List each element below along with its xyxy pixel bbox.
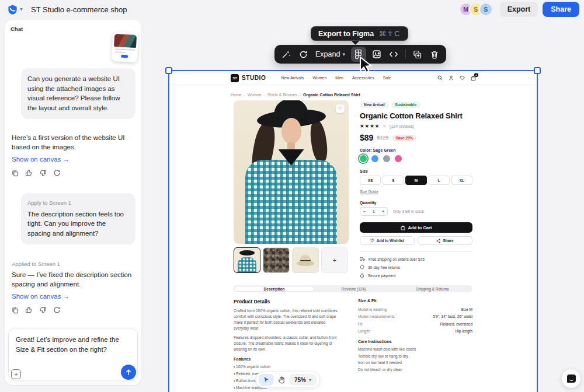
user-message-text: Can you generate a website UI using the … — [27, 75, 120, 111]
swatch-blue[interactable] — [371, 155, 378, 162]
share-product-button[interactable]: Share — [418, 236, 472, 245]
tab-shipping-returns[interactable]: Shipping & Returns — [393, 286, 472, 292]
thumbnail-model-photo[interactable] — [234, 247, 260, 273]
chevron-down-icon: ▾ — [342, 51, 345, 57]
swatch-sage-green[interactable] — [360, 155, 367, 162]
perk-label: Secure payment — [368, 274, 395, 278]
thumb-hat-shape — [239, 250, 255, 256]
nav-item-sale[interactable]: Sale — [383, 76, 391, 80]
delete-button[interactable] — [428, 48, 441, 61]
perk-secure-payment: Secure payment — [360, 273, 472, 278]
show-on-canvas-link[interactable]: Show on canvas → — [11, 156, 71, 163]
tab-description[interactable]: Description — [234, 286, 314, 292]
add-to-cart-label: Add to Cart — [408, 225, 432, 230]
quantity-stepper[interactable]: − 1 + — [360, 207, 388, 216]
copy-icon[interactable] — [12, 307, 19, 314]
viewport-controls: 75% ▾ — [255, 372, 320, 388]
user-message: Apply to Screen 1 The description sectio… — [21, 193, 135, 244]
help-chat-button[interactable] — [562, 369, 580, 388]
thumbnail-fabric-texture[interactable] — [263, 247, 290, 273]
toolbar-divider — [405, 50, 406, 59]
nav-item-new-arrivals[interactable]: New Arrivals — [281, 76, 304, 80]
expand-button[interactable]: Expand▾ — [314, 50, 347, 58]
top-bar: ▾ ST Studio e-commerce shop M S S Export… — [0, 0, 584, 19]
details-paragraph: Crafted from 100% organic cotton, this r… — [234, 308, 342, 331]
assistant-message-text: Here’s a first version of the website UI… — [11, 133, 135, 152]
bag-icon — [401, 225, 405, 230]
swatch-pink[interactable] — [395, 155, 402, 162]
thumbnail-hat-photo[interactable] — [292, 247, 319, 273]
magic-wand-icon — [281, 50, 291, 59]
duplicate-icon — [413, 50, 422, 59]
regenerate-button[interactable] — [297, 48, 310, 61]
favorite-image-button[interactable]: ♡ — [336, 104, 345, 113]
chat-input[interactable]: Great! Let’s improve and refine the Size… — [8, 328, 138, 380]
reviews-count[interactable]: (124 reviews) — [390, 124, 414, 128]
thumbs-down-icon[interactable] — [39, 169, 47, 177]
model-gingham-shirt — [245, 160, 337, 244]
add-image-thumbnail[interactable]: + — [321, 247, 348, 273]
fit-row: Length:Hip length — [358, 328, 472, 335]
nav-item-women[interactable]: Women — [312, 76, 326, 80]
view-code-button[interactable] — [387, 48, 400, 61]
selection-handle-top-left[interactable] — [165, 67, 172, 74]
breadcrumb-item[interactable]: Home — [231, 93, 242, 97]
thumbs-up-icon[interactable] — [25, 169, 33, 177]
size-l[interactable]: L — [429, 176, 450, 185]
site-logo[interactable]: ST STUDIO — [231, 74, 266, 82]
thumbs-up-icon[interactable] — [25, 306, 33, 314]
truck-icon — [360, 257, 365, 261]
tab-reviews[interactable]: Reviews (124) — [314, 286, 393, 292]
select-tool-button[interactable] — [259, 374, 274, 386]
add-to-wishlist-button[interactable]: ♡Add to Wishlist — [360, 236, 415, 245]
selection-handle-top-right[interactable] — [534, 67, 541, 74]
wishlist-icon[interactable] — [460, 75, 465, 80]
attached-image-thumbnail[interactable] — [112, 32, 139, 62]
size-xs[interactable]: XS — [360, 176, 381, 185]
thumbs-down-icon[interactable] — [39, 306, 47, 314]
message-actions — [11, 306, 135, 314]
fit-value: Hip length — [456, 328, 472, 335]
add-attachment-button[interactable]: + — [11, 369, 21, 379]
product-hero-image[interactable]: ♡ — [234, 100, 349, 244]
swatch-gray[interactable] — [383, 155, 390, 162]
message-actions — [11, 169, 135, 177]
care-line: Iron on low heat if needed — [358, 359, 472, 366]
size-s[interactable]: S — [383, 176, 404, 185]
size-options: XS S M L XL — [360, 176, 472, 185]
add-to-cart-button[interactable]: Add to Cart — [360, 222, 472, 233]
copy-icon[interactable] — [12, 170, 19, 177]
regenerate-icon[interactable] — [53, 169, 61, 177]
size-m-selected[interactable]: M — [405, 176, 426, 185]
ai-magic-wand-button[interactable] — [280, 48, 293, 61]
size-guide-link[interactable]: Size Guide — [360, 190, 378, 194]
search-icon[interactable] — [437, 75, 443, 80]
decrement-icon[interactable]: − — [363, 209, 366, 214]
canvas-artboard[interactable]: ST STUDIO New Arrivals Women Men Accesso… — [169, 71, 537, 392]
breadcrumb-item[interactable]: Women — [248, 93, 262, 97]
size-xl[interactable]: XL — [451, 176, 472, 185]
share-button[interactable]: Share — [543, 2, 579, 17]
zoom-level-dropdown[interactable]: 75% ▾ — [289, 374, 317, 386]
increment-icon[interactable]: + — [382, 209, 384, 214]
avatar[interactable]: S — [479, 2, 493, 16]
hand-tool-button[interactable] — [278, 376, 285, 384]
star-empty-icon: ★ — [382, 123, 387, 129]
perk-label: Free shipping on orders over $75 — [369, 257, 425, 261]
cart-icon[interactable]: 2 — [471, 75, 476, 81]
care-line: Machine wash cold with like colors — [358, 346, 472, 352]
export-button[interactable]: Export — [500, 2, 538, 17]
show-on-canvas-link[interactable]: Show on canvas → — [11, 293, 71, 300]
send-message-button[interactable] — [121, 365, 136, 380]
account-icon[interactable] — [449, 75, 454, 80]
nav-item-men[interactable]: Men — [335, 76, 343, 80]
app-logo-menu[interactable]: ▾ — [7, 4, 23, 15]
breadcrumb-item[interactable]: Shirts & Blouses — [267, 93, 297, 97]
duplicate-button[interactable] — [411, 48, 424, 61]
size-fit-column: Size & Fit Model is wearing:Size M Model… — [358, 299, 472, 373]
regenerate-icon[interactable] — [53, 306, 61, 314]
fit-value: Size M — [461, 306, 472, 313]
nav-item-accessories[interactable]: Accessories — [352, 76, 374, 80]
size-label: Size — [360, 169, 472, 173]
rating-row: ★★★★★ (124 reviews) — [360, 123, 472, 129]
